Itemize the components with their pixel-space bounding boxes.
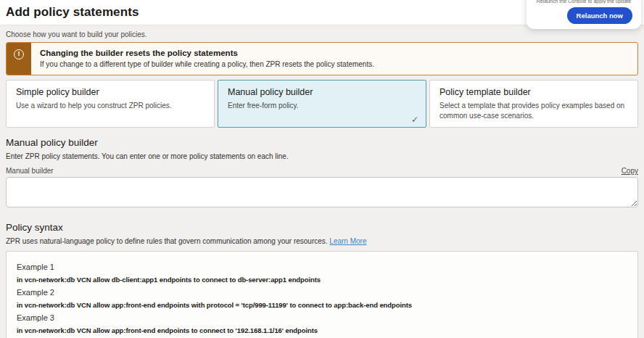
manual-builder-textarea[interactable] (6, 177, 638, 207)
card-policy-template-builder[interactable]: Policy template builder Select a templat… (429, 80, 638, 128)
example-label: Example 2 (17, 288, 627, 297)
warning-banner-body: Changing the builder resets the policy s… (31, 43, 383, 75)
warning-banner-accent: ! (7, 43, 31, 75)
manual-builder-heading: Manual policy builder (6, 137, 638, 148)
relaunch-now-button[interactable]: Relaunch now (567, 7, 632, 24)
manual-builder-description: Enter ZPR policy statements. You can ent… (6, 152, 638, 160)
card-title: Policy template builder (439, 87, 628, 97)
manual-builder-field-row: Manual builder Copy (6, 167, 638, 175)
card-simple-policy-builder[interactable]: Simple policy builder Use a wizard to he… (6, 80, 215, 128)
builder-cards-row: Simple policy builder Use a wizard to he… (6, 80, 638, 128)
warning-icon: ! (14, 49, 24, 59)
card-description: Select a template that provides policy e… (439, 101, 628, 120)
relaunch-toast-actions: Relaunch now (535, 7, 632, 24)
policy-syntax-description-text: ZPR uses natural-language policy to defi… (6, 237, 328, 245)
add-policy-statements-screen: Add policy statements Choose how you wan… (0, 0, 644, 338)
warning-banner: ! Changing the builder resets the policy… (6, 42, 638, 75)
policy-syntax-description: ZPR uses natural-language policy to defi… (6, 237, 638, 245)
policy-syntax-heading: Policy syntax (6, 222, 638, 233)
example-code: in vcn-network:db VCN allow app:front-en… (17, 326, 627, 334)
relaunch-toast-message: Relaunch the Console to apply the update (535, 0, 632, 4)
learn-more-link[interactable]: Learn More (329, 237, 366, 245)
relaunch-toast: Relaunch the Console to apply the update… (527, 0, 641, 29)
selected-check-icon: ✓ (411, 115, 418, 125)
warning-banner-text: If you change to a different type of bui… (40, 60, 374, 68)
example-label: Example 3 (17, 313, 627, 322)
card-description: Use a wizard to help you construct ZPR p… (16, 101, 205, 111)
warning-banner-title: Changing the builder resets the policy s… (40, 49, 374, 57)
example-code: in vcn-network:db VCN allow db-client:ap… (17, 276, 627, 284)
card-manual-policy-builder[interactable]: Manual policy builder Enter free-form po… (218, 80, 426, 128)
card-title: Simple policy builder (16, 87, 205, 97)
manual-builder-label: Manual builder (6, 167, 54, 175)
policy-examples-box: Example 1 in vcn-network:db VCN allow db… (6, 251, 638, 338)
example-code: in vcn-network:db VCN allow app:front-en… (17, 301, 627, 309)
main-content: Choose how you want to build your polici… (0, 25, 644, 338)
card-description: Enter free-form policy. (228, 101, 416, 111)
example-label: Example 1 (17, 263, 627, 271)
copy-link[interactable]: Copy (622, 167, 638, 175)
card-title: Manual policy builder (228, 87, 416, 97)
